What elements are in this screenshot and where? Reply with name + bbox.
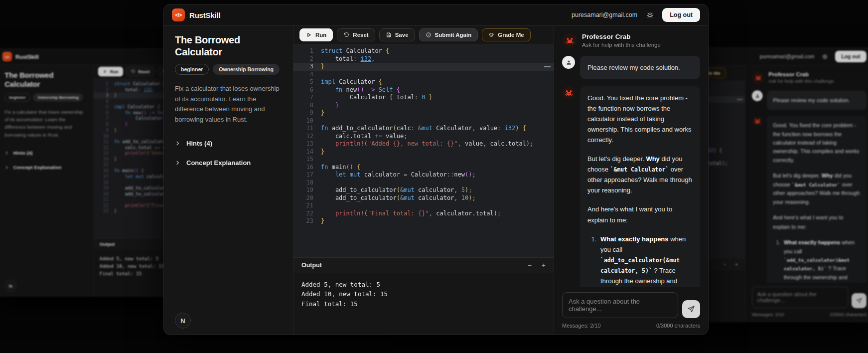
line-number: 16 [293, 164, 321, 172]
code-line[interactable]: 20 add_to_calculator(&mut calculator, 10… [293, 194, 554, 202]
code-token: } [429, 94, 433, 101]
code-line[interactable]: 7 Calculator { total: 0 } [293, 94, 554, 102]
code-token: } [321, 109, 324, 116]
code-line[interactable]: 15 [293, 156, 554, 164]
brand[interactable]: </> RustSkill [172, 8, 220, 21]
code-token: fn [114, 139, 122, 145]
code-line[interactable]: 21 [293, 202, 554, 210]
code-line[interactable]: 2 total: i32, [293, 55, 554, 63]
crab-icon [752, 71, 764, 84]
chat-input[interactable] [562, 292, 678, 318]
code-token: Calculator [339, 78, 378, 85]
code-line[interactable]: 22 println!("Final total: {}", calculato… [293, 210, 554, 218]
code-line[interactable]: 3} [293, 63, 554, 71]
code-token: add_to_calculator [114, 185, 171, 191]
code-token: { [523, 125, 526, 132]
send-button[interactable] [682, 300, 700, 318]
line-number: 18 [293, 179, 321, 187]
text-segment: And here's what I want you to explain to… [773, 215, 843, 230]
inline-code: `&mut Calculator` [610, 166, 669, 173]
code-line[interactable]: 9} [293, 109, 554, 117]
code-line[interactable]: 23} [293, 217, 554, 225]
reset-icon [343, 32, 349, 38]
code-token: : [411, 125, 418, 132]
line-number: 20 [293, 194, 321, 202]
code-token: } [114, 208, 117, 214]
code-text: add_to_calculator(&mut calculator, 10); [321, 194, 476, 202]
output-line: Added 5, new total: 5 [301, 280, 546, 289]
code-editor[interactable]: 1struct Calculator {2 total: i32,3}4 5im… [293, 44, 554, 257]
code-token: Self [379, 86, 397, 93]
code-token: mut [136, 174, 146, 179]
code-line[interactable]: 19 add_to_calculator(&mut calculator, 5)… [293, 186, 554, 194]
code-line[interactable]: 1struct Calculator { [293, 47, 554, 55]
n-floating-badge[interactable]: N [175, 313, 191, 329]
reset-button[interactable]: Reset [337, 28, 375, 41]
line-number: 8 [293, 102, 321, 110]
line-number: 6 [293, 86, 321, 94]
code-line[interactable]: 4 [293, 71, 554, 79]
run-button[interactable]: Run [299, 28, 333, 41]
code-token: , [429, 210, 436, 217]
messages-counter: Messages: 2/10 [562, 323, 601, 329]
messages-counter: Messages: 2/10 [752, 312, 784, 317]
code-line[interactable]: 6 fn new() -> Self { [293, 86, 554, 94]
section-label: Hints (4) [186, 140, 212, 147]
logout-button[interactable]: Log out [662, 8, 700, 22]
code-token: println! [114, 202, 146, 208]
code-line[interactable]: 8 } [293, 102, 554, 110]
button-label: Grade Me [498, 32, 524, 38]
text-segment: What exactly happens [600, 235, 669, 243]
code-token: ( [397, 186, 400, 193]
panel-section-toggle[interactable]: Concept Explanation [175, 159, 282, 167]
code-token: , [454, 194, 461, 201]
line-number: 18 [94, 179, 114, 185]
code-text: } [114, 156, 117, 162]
code-token: :: [447, 171, 454, 178]
line-number: 22 [94, 202, 114, 208]
inline-code: `&mut Calculator` [792, 182, 841, 188]
code-token: : [415, 94, 422, 101]
code-token: println! [114, 151, 146, 156]
code-text: impl Calculator { [114, 104, 160, 110]
code-token: "Added {}, new total: {}" [368, 140, 458, 147]
code-line[interactable]: 14} [293, 148, 554, 156]
output-expand-button[interactable]: + [542, 262, 546, 269]
code-line[interactable]: 17 let mut calculator = Calculator::new(… [293, 171, 554, 179]
code-token: Calculator [133, 81, 163, 86]
code-token: fn [321, 86, 346, 93]
chat-title: Professor Crab [768, 71, 834, 77]
grade-me-button[interactable]: Grade Me [482, 28, 530, 41]
code-line[interactable]: 5impl Calculator { [293, 78, 554, 86]
output-collapse-button[interactable]: − [528, 262, 532, 269]
code-token: fn [114, 110, 133, 115]
code-token: } [114, 122, 128, 127]
text-segment: But let's dig deeper. [773, 173, 821, 179]
code-line[interactable]: 13 println!("Added {}, new total: {}", v… [293, 140, 554, 148]
code-line[interactable]: 10 [293, 117, 554, 125]
crab-icon [562, 86, 575, 99]
chat-messages[interactable]: Please review my code solution. Good. Yo… [554, 53, 708, 287]
char-counter: 0/3000 characters [656, 323, 700, 329]
code-line[interactable]: 12 calc.total += value; [293, 133, 554, 141]
save-button[interactable]: Save [379, 28, 415, 41]
sun-icon[interactable] [644, 9, 655, 20]
panel-section-toggle[interactable]: Hints (4) [175, 140, 282, 147]
line-number: 4 [293, 71, 321, 79]
run-button: Run [98, 67, 124, 77]
code-token: 5 [461, 186, 465, 193]
code-line[interactable]: 16fn main() { [293, 164, 554, 172]
challenge-panel: The Borrowed Calculator beginnerOwnershi… [0, 65, 94, 296]
code-line[interactable]: 18 [293, 179, 554, 187]
send-icon [856, 297, 862, 304]
line-number: 16 [94, 168, 114, 174]
code-token [426, 94, 429, 101]
assistant-message-row: Good. You fixed the core problem - the f… [752, 116, 867, 282]
code-token: { [719, 148, 722, 154]
play-icon [103, 69, 108, 74]
code-line[interactable]: 11fn add_to_calculator(calc: &mut Calcul… [293, 125, 554, 133]
submit-again-button[interactable]: Submit Again [419, 28, 478, 41]
assistant-paragraph: Good. You fixed the core problem - the f… [587, 93, 693, 145]
text-segment: What exactly happens [784, 239, 840, 245]
code-text: } [114, 93, 117, 99]
